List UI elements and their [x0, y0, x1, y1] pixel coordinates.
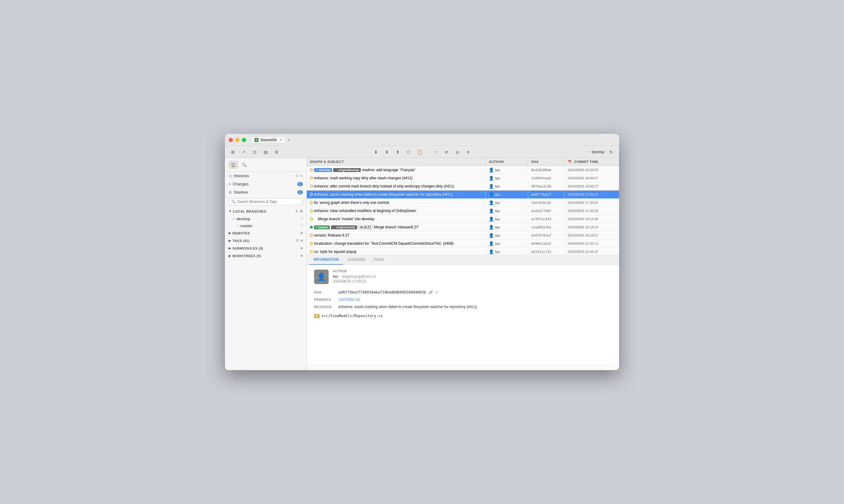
- toolbar-btn-2[interactable]: ↗: [240, 148, 248, 156]
- sidebar-item-stashes[interactable]: ⊛ Stashes 1: [225, 188, 307, 196]
- commit-row[interactable]: fix: wrong graph when there's only one c…: [307, 199, 619, 207]
- branch-item-develop[interactable]: ✓ develop ▽: [225, 215, 307, 222]
- commit-author: 👤leo: [486, 239, 528, 248]
- close-button[interactable]: [228, 138, 233, 142]
- sidebar-item-histories[interactable]: ◷ Histories ⊟ ⇅: [225, 172, 307, 180]
- commit-subject-cell: ⑂ master → origin/master ⊛ v8.27 Merge b…: [307, 223, 486, 231]
- stash-button[interactable]: ⬡: [404, 148, 413, 156]
- submodules-header[interactable]: ▶ SUBMODULES (0) ⊕: [225, 245, 307, 252]
- cherry-pick-button[interactable]: ✈: [464, 148, 472, 156]
- toolbar-right: ⑂ develop ↻: [588, 148, 616, 156]
- search-box: 🔍: [228, 198, 303, 205]
- commit-row[interactable]: ux: style for squash popup 👤leo a42412c7…: [307, 248, 619, 255]
- commit-row-selected[interactable]: enhance: avoid crashing when failed to c…: [307, 191, 619, 199]
- histories-label: Histories: [234, 174, 294, 178]
- remotes-header[interactable]: ▶ REMOTES ⊕: [225, 229, 307, 237]
- local-branches-sort-icon[interactable]: ⇅: [295, 209, 298, 213]
- toolbar-btn-5[interactable]: ⚙: [272, 148, 281, 156]
- copy-sha-button[interactable]: 🔗: [428, 290, 433, 294]
- parents-row: PARENTS 1dd782bc42: [314, 298, 612, 302]
- graph-dot: [310, 209, 313, 212]
- branch-master-label: master: [240, 223, 299, 228]
- graph-dot: [310, 242, 313, 245]
- branch-button[interactable]: ⑂: [431, 148, 440, 156]
- tab-information[interactable]: INFORMATION: [309, 255, 343, 265]
- tab-files[interactable]: FILES: [369, 255, 388, 265]
- commit-message: version: Release 8.27: [314, 233, 349, 237]
- tags-label: TAGS (91): [232, 239, 250, 242]
- tab-close-button[interactable]: ✕: [279, 138, 282, 142]
- commit-sha: ad0773be2f: [528, 191, 565, 198]
- tab-changes[interactable]: CHANGES: [343, 255, 369, 265]
- tab-area: S SourceGit ✕ +: [251, 136, 616, 144]
- graph-dot: [310, 177, 313, 180]
- submodules-add-icon[interactable]: ⊕: [300, 246, 303, 250]
- message-label: MESSAGE: [314, 305, 338, 309]
- merge-button[interactable]: ⇄: [442, 148, 451, 156]
- tags-add-icon[interactable]: ⊕: [300, 239, 303, 242]
- commit-sha: 110858eaa2: [528, 175, 565, 182]
- message-value: enhance: avoid crashing when failed to c…: [338, 305, 477, 309]
- share-sha-button[interactable]: ↗: [435, 290, 438, 294]
- changed-file-item: M src/ViewModels/Repository.cs: [314, 312, 612, 319]
- new-tab-button[interactable]: +: [288, 137, 290, 143]
- commit-subject-cell: ✓ develop → origin/develop readme: add l…: [307, 166, 486, 174]
- branch-master-icon: ⑂: [237, 224, 239, 228]
- commit-subject-cell: ux: style for squash popup: [307, 248, 486, 255]
- commit-row[interactable]: version: Release 8.27 👤leo e9d79f03a7 20…: [307, 231, 619, 239]
- tags-sort-icon[interactable]: ⇅: [296, 239, 299, 242]
- histories-sort-icon[interactable]: ⇅: [300, 174, 303, 178]
- sidebar-item-changes[interactable]: ≡ Changes 1: [225, 180, 307, 188]
- parent-sha-link[interactable]: 1dd782bc42: [338, 298, 360, 302]
- changed-files-section: M src/ViewModels/Repository.cs: [314, 312, 612, 319]
- commit-row[interactable]: enhance: after commit mark branch dirty …: [307, 182, 619, 191]
- branch-master-filter-icon[interactable]: ▽: [300, 224, 303, 228]
- commit-author: 👤leo: [486, 191, 528, 198]
- toolbar-btn-4[interactable]: ▤: [261, 148, 270, 156]
- commit-row[interactable]: localization: change translation for `Te…: [307, 239, 619, 248]
- sidebar: 🏠 🔍 ◷ Histories ⊟ ⇅ ≡ Changes 1 ⊛ Stashe…: [225, 158, 307, 370]
- local-branches-label: LOCAL BRANCHES: [233, 210, 266, 213]
- graph-dot: [310, 185, 313, 188]
- fetch-button[interactable]: ⬇: [372, 148, 380, 156]
- local-branches-add-icon[interactable]: ⊕: [299, 209, 303, 214]
- col-sha: SHA: [528, 158, 565, 166]
- search-icon: 🔍: [231, 200, 236, 204]
- minimize-button[interactable]: [235, 138, 240, 142]
- tags-header[interactable]: ▶ TAGS (91) ⇅ ⊕: [225, 237, 307, 245]
- maximize-button[interactable]: [242, 138, 246, 142]
- worktrees-header[interactable]: ▶ WORKTREES (0) ⊕: [225, 252, 307, 259]
- rebase-button[interactable]: ◎: [453, 148, 462, 156]
- changes-label: Changes: [233, 182, 296, 186]
- commit-author: 👤leo: [486, 182, 528, 190]
- graph-dot: [310, 201, 313, 204]
- commit-row[interactable]: ✓ develop → origin/develop readme: add l…: [307, 166, 619, 174]
- branch-filter-icon[interactable]: ▽: [300, 217, 303, 221]
- local-branches-header[interactable]: ▼ LOCAL BRANCHES ⇅ ⊕: [225, 207, 307, 215]
- commit-author: 👤leo: [486, 199, 528, 206]
- apply-button[interactable]: 📋: [415, 148, 424, 156]
- search-branches-input[interactable]: [237, 200, 300, 204]
- submodules-label: SUBMODULES (0): [232, 247, 263, 250]
- tab-sourcegit[interactable]: S SourceGit ✕: [251, 136, 286, 144]
- commit-row[interactable]: enhance: mark working copy dirty after s…: [307, 174, 619, 182]
- sidebar-home-button[interactable]: 🏠: [228, 161, 238, 169]
- toolbar-btn-1[interactable]: ⊞: [228, 148, 237, 156]
- push-button[interactable]: ⬆: [394, 148, 402, 156]
- toolbar-btn-3[interactable]: ⊡: [251, 148, 259, 156]
- refresh-button[interactable]: ↻: [607, 148, 616, 156]
- commit-list[interactable]: GRAPH & SUBJECT AUTHOR SHA 📅 COMMIT TIME…: [307, 158, 619, 255]
- commit-row[interactable]: Merge branch 'master' into develop 👤leo …: [307, 215, 619, 223]
- file-path: src/ViewModels/Repository.cs: [321, 314, 383, 318]
- worktrees-add-icon[interactable]: ⊕: [300, 254, 303, 258]
- branch-item-master[interactable]: ⑂ master ▽: [225, 222, 307, 229]
- commit-row[interactable]: enhance: clear unhandled modifiers at be…: [307, 207, 619, 215]
- message-row: MESSAGE enhance: avoid crashing when fai…: [314, 305, 612, 309]
- commit-subject-cell: Merge branch 'master' into develop: [307, 215, 486, 222]
- sidebar-search-button[interactable]: 🔍: [240, 161, 249, 169]
- commit-message: readme: add language `Français`: [362, 168, 416, 172]
- pull-button[interactable]: ⬇: [383, 148, 391, 156]
- commit-row[interactable]: ⑂ master → origin/master ⊛ v8.27 Merge b…: [307, 223, 619, 231]
- current-branch-label: develop: [592, 150, 604, 154]
- commit-author: 👤leo: [486, 174, 528, 182]
